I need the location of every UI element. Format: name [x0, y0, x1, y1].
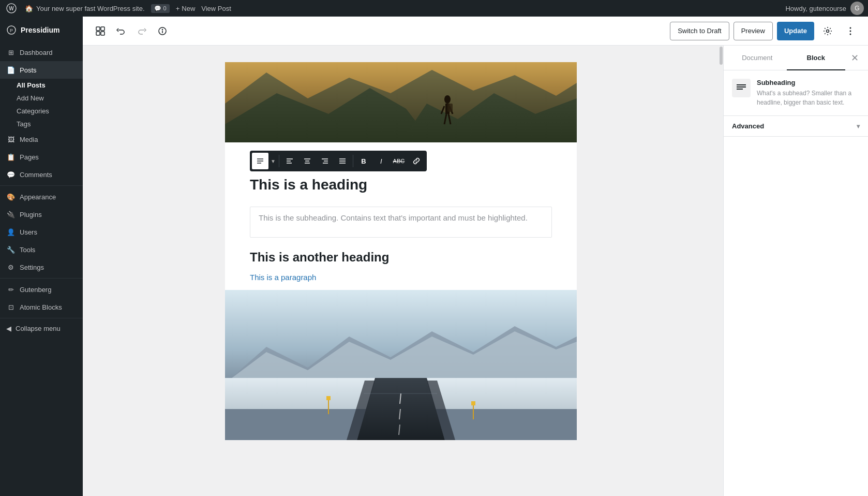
subheading-placeholder[interactable]: This is the subheading. Contains text th… [250, 207, 552, 238]
svg-point-12 [850, 27, 851, 28]
scrollbar[interactable] [719, 46, 723, 496]
preview-button[interactable]: Preview [734, 22, 773, 40]
another-heading[interactable]: This is another heading [250, 250, 552, 265]
strikethrough-button[interactable]: ABC [391, 153, 407, 169]
advanced-section: Advanced ▾ [724, 116, 868, 137]
svg-rect-55 [326, 396, 331, 400]
sidebar-item-dashboard[interactable]: ⊞ Dashboard [0, 43, 83, 61]
bold-button[interactable]: B [355, 153, 372, 169]
another-heading-block[interactable]: This is another heading [225, 246, 577, 269]
sidebar-divider-1 [0, 185, 83, 186]
media-icon: 🖼 [6, 135, 16, 144]
align-full-button[interactable] [334, 153, 351, 169]
atomic-blocks-icon: ⊡ [6, 302, 16, 312]
align-left-button[interactable] [281, 153, 298, 169]
sidebar-item-appearance[interactable]: 🎨 Appearance [0, 188, 83, 206]
undo-button[interactable] [112, 22, 130, 40]
block-type-button[interactable] [252, 153, 268, 169]
posts-icon: 📄 [6, 65, 16, 75]
comments-link[interactable]: 💬 0 [151, 4, 170, 13]
wp-logo[interactable]: W [4, 1, 19, 16]
howdy-text: Howdy, gutencourse [785, 5, 846, 12]
svg-text:P: P [10, 28, 13, 33]
sidebar-item-tools[interactable]: 🔧 Tools [0, 241, 83, 258]
align-right-button[interactable] [317, 153, 333, 169]
switch-to-draft-button[interactable]: Switch to Draft [670, 22, 729, 40]
info-button[interactable] [153, 22, 172, 40]
sidebar-logo[interactable]: P Pressidium [0, 17, 83, 43]
home-icon: 🏠 [25, 5, 33, 12]
users-icon: 👤 [6, 227, 16, 237]
svg-point-13 [850, 30, 851, 32]
svg-point-19 [444, 95, 451, 104]
editor-content: ▼ [83, 46, 719, 496]
svg-rect-53 [471, 401, 475, 405]
pages-icon: 📋 [6, 152, 16, 162]
sidebar-sub-all-posts[interactable]: All Posts [17, 79, 83, 92]
svg-rect-5 [101, 27, 104, 31]
italic-button[interactable]: I [373, 153, 390, 169]
svg-point-14 [850, 33, 851, 35]
sidebar-sub-categories[interactable]: Categories [17, 105, 83, 118]
post-editor: ▼ [225, 62, 577, 440]
sidebar-item-settings[interactable]: ⚙ Settings [0, 258, 83, 276]
sidebar-item-pages[interactable]: 📋 Pages [0, 148, 83, 166]
view-post-link[interactable]: View Post [201, 5, 231, 12]
tab-document[interactable]: Document [728, 46, 787, 70]
post-heading[interactable]: This is a heading [250, 176, 552, 194]
site-name[interactable]: 🏠 Your new super fast WordPress site. [25, 5, 145, 12]
sidebar-item-posts[interactable]: 📄 Posts [0, 61, 83, 79]
update-button[interactable]: Update [777, 22, 814, 40]
right-panel: Document Block ✕ [723, 46, 868, 496]
block-title: Subheading [757, 79, 860, 86]
subheading-block[interactable]: This is the subheading. Contains text th… [225, 207, 577, 246]
tab-block[interactable]: Block [787, 46, 846, 70]
svg-rect-4 [96, 27, 100, 31]
link-button[interactable] [408, 153, 425, 169]
scroll-thumb[interactable] [720, 47, 723, 65]
sidebar: P Pressidium ⊞ Dashboard 📄 Posts All Pos… [0, 17, 83, 496]
sidebar-item-comments[interactable]: 💬 Comments [0, 166, 83, 183]
collapse-menu-item[interactable]: ◀ Collapse menu [0, 320, 83, 337]
appearance-icon: 🎨 [6, 192, 16, 201]
paragraph-text[interactable]: This is a paragraph [250, 273, 552, 282]
heading-block[interactable]: ▼ [225, 142, 577, 207]
svg-text:W: W [9, 6, 14, 11]
sidebar-item-plugins[interactable]: 🔌 Plugins [0, 206, 83, 223]
posts-submenu: All Posts Add New Categories Tags [0, 79, 83, 130]
block-info: Subheading What's a subhead? Smaller tha… [724, 70, 868, 116]
settings-button[interactable] [818, 22, 837, 40]
comment-icon: 💬 [154, 5, 161, 12]
plugins-icon: 🔌 [6, 210, 16, 219]
chevron-dropdown[interactable]: ▼ [270, 158, 277, 164]
panel-close-button[interactable]: ✕ [845, 49, 864, 67]
paragraph-block[interactable]: This is a paragraph [225, 269, 577, 290]
sidebar-sub-tags[interactable]: Tags [17, 118, 83, 130]
panel-body: Subheading What's a subhead? Smaller tha… [724, 70, 868, 496]
plus-icon: + [176, 5, 180, 12]
more-options-button[interactable] [841, 22, 860, 40]
sidebar-item-media[interactable]: 🖼 Media [0, 130, 83, 148]
sidebar-sub-add-new[interactable]: Add New [17, 92, 83, 105]
block-toolbar: ▼ [250, 151, 427, 171]
chevron-down-icon: ▾ [857, 123, 860, 130]
admin-bar: W 🏠 Your new super fast WordPress site. … [0, 0, 868, 17]
settings-icon: ⚙ [6, 262, 16, 272]
sidebar-item-users[interactable]: 👤 Users [0, 223, 83, 241]
toolbar-sep-2 [353, 155, 353, 167]
advanced-header[interactable]: Advanced ▾ [724, 116, 868, 136]
add-block-button[interactable] [91, 22, 110, 40]
new-link[interactable]: + New [176, 5, 196, 12]
redo-button[interactable] [132, 22, 151, 40]
avatar[interactable]: G [850, 2, 864, 15]
align-center-button[interactable] [299, 153, 316, 169]
sidebar-item-gutenberg[interactable]: ✏ Gutenberg [0, 281, 83, 298]
collapse-icon: ◀ [6, 325, 11, 332]
toolbar-sep-1 [279, 155, 279, 167]
sidebar-divider-2 [0, 278, 83, 279]
hero-image-block[interactable] [225, 62, 577, 142]
second-image-block[interactable] [225, 290, 577, 440]
advanced-label: Advanced [732, 122, 764, 130]
sidebar-item-atomic-blocks[interactable]: ⊡ Atomic Blocks [0, 298, 83, 316]
gutenberg-icon: ✏ [6, 285, 16, 294]
